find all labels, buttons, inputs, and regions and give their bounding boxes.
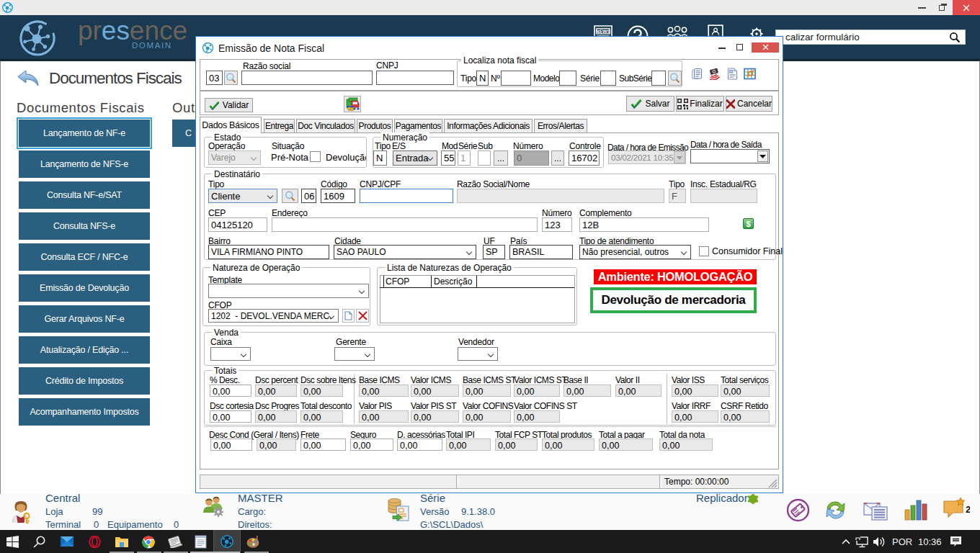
svg-text:2: 2 (966, 504, 970, 515)
svg-text:NEWS: NEWS (596, 29, 611, 34)
